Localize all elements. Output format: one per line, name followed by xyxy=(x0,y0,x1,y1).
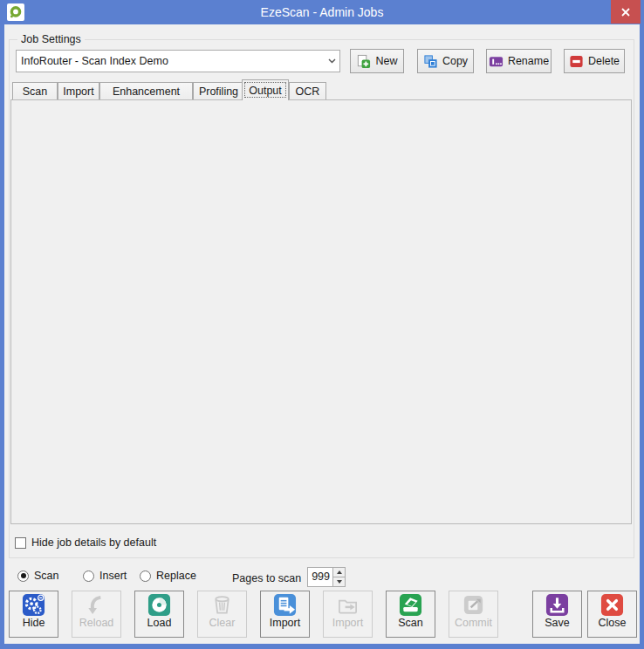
scanner-icon xyxy=(399,593,422,617)
checkbox-label: Hide job details by default xyxy=(31,536,156,549)
save-button[interactable]: Save xyxy=(532,591,582,638)
import-folder-button: Import xyxy=(323,591,373,638)
tab-output-label: Output xyxy=(249,85,282,97)
reload-button-label: Reload xyxy=(79,617,114,629)
save-button-label: Save xyxy=(545,617,570,629)
admin-jobs-window: EzeScan - Admin Jobs Job Settings InfoRo… xyxy=(0,0,644,649)
import-document-icon xyxy=(273,593,297,617)
save-download-icon xyxy=(545,593,569,617)
radio-label: Scan xyxy=(34,570,59,582)
radio-label: Insert xyxy=(99,570,127,582)
radio-mode-replace[interactable]: Replace xyxy=(140,570,196,582)
rename-job-icon xyxy=(489,54,504,69)
clear-button-label: Clear xyxy=(209,617,236,629)
pages-to-scan-label: Pages to scan xyxy=(232,572,298,586)
rename-button-label: Rename xyxy=(508,55,549,67)
tab-scan[interactable]: Scan xyxy=(12,82,58,100)
import-button-label: Import xyxy=(270,617,300,629)
new-job-icon xyxy=(356,54,371,69)
scan-button[interactable]: Scan xyxy=(386,591,435,638)
delete-button[interactable]: Delete xyxy=(564,49,625,73)
load-disc-icon xyxy=(147,593,171,617)
close-icon xyxy=(620,7,631,17)
tab-profiling[interactable]: Profiling xyxy=(193,82,244,100)
radio-unselected-icon xyxy=(140,570,151,582)
tab-ocr[interactable]: OCR xyxy=(289,82,326,100)
delete-job-icon xyxy=(569,54,584,69)
load-button[interactable]: Load xyxy=(134,591,184,638)
commit-button-label: Commit xyxy=(455,617,492,629)
spinner-down-icon[interactable] xyxy=(333,577,345,586)
commit-button: Commit xyxy=(449,591,498,638)
tab-import[interactable]: Import xyxy=(58,82,99,100)
load-button-label: Load xyxy=(147,617,172,629)
close-button[interactable]: Close xyxy=(587,591,637,638)
checkbox-unchecked-icon xyxy=(15,537,26,549)
tab-import-label: Import xyxy=(63,85,93,98)
checkbox-hide-job-details[interactable]: Hide job details by default xyxy=(15,537,156,549)
tab-output[interactable]: Output xyxy=(242,79,289,100)
window-close-button[interactable] xyxy=(611,0,641,24)
tab-enhancement-label: Enhancement xyxy=(113,85,180,98)
copy-button-label: Copy xyxy=(442,55,468,67)
copy-job-icon xyxy=(423,54,438,69)
delete-button-label: Delete xyxy=(588,55,620,67)
job-selector-combobox[interactable]: InfoRouter - Scan Index Demo xyxy=(16,50,340,72)
pages-to-scan-spinner[interactable]: 999 xyxy=(307,567,346,587)
tab-scan-label: Scan xyxy=(23,85,48,98)
import-folder-button-label: Import xyxy=(332,617,363,629)
new-button-label: New xyxy=(375,55,397,67)
spinner-up-icon[interactable] xyxy=(333,568,345,577)
clear-button: Clear xyxy=(197,591,247,638)
hide-gears-icon xyxy=(22,593,45,617)
reload-arrow-icon xyxy=(85,593,108,617)
hide-button-label: Hide xyxy=(23,617,45,629)
tab-enhancement[interactable]: Enhancement xyxy=(99,82,193,100)
new-button[interactable]: New xyxy=(350,49,404,73)
import-button[interactable]: Import xyxy=(260,591,310,638)
commit-icon xyxy=(462,593,485,617)
radio-mode-insert[interactable]: Insert xyxy=(83,570,127,582)
output-tab-page xyxy=(10,99,632,524)
job-selector-value: InfoRouter - Scan Index Demo xyxy=(17,55,324,67)
copy-button[interactable]: Copy xyxy=(417,49,474,73)
import-folder-icon xyxy=(336,593,360,617)
window-title: EzeScan - Admin Jobs xyxy=(0,0,644,24)
radio-label: Replace xyxy=(156,570,196,582)
pages-to-scan-value: 999 xyxy=(308,568,332,586)
hide-button[interactable]: Hide xyxy=(9,591,58,638)
radio-selected-icon xyxy=(17,570,29,582)
radio-unselected-icon xyxy=(83,570,94,582)
job-settings-label: Job Settings xyxy=(17,33,85,45)
trash-icon xyxy=(210,593,234,617)
close-x-icon xyxy=(600,593,624,617)
tab-ocr-label: OCR xyxy=(296,85,320,98)
reload-button: Reload xyxy=(72,591,121,638)
rename-button[interactable]: Rename xyxy=(486,49,552,73)
close-button-label: Close xyxy=(599,617,627,629)
scan-button-label: Scan xyxy=(398,617,423,629)
radio-mode-scan[interactable]: Scan xyxy=(17,570,59,582)
chevron-down-icon xyxy=(324,58,339,64)
tab-profiling-label: Profiling xyxy=(199,85,238,98)
